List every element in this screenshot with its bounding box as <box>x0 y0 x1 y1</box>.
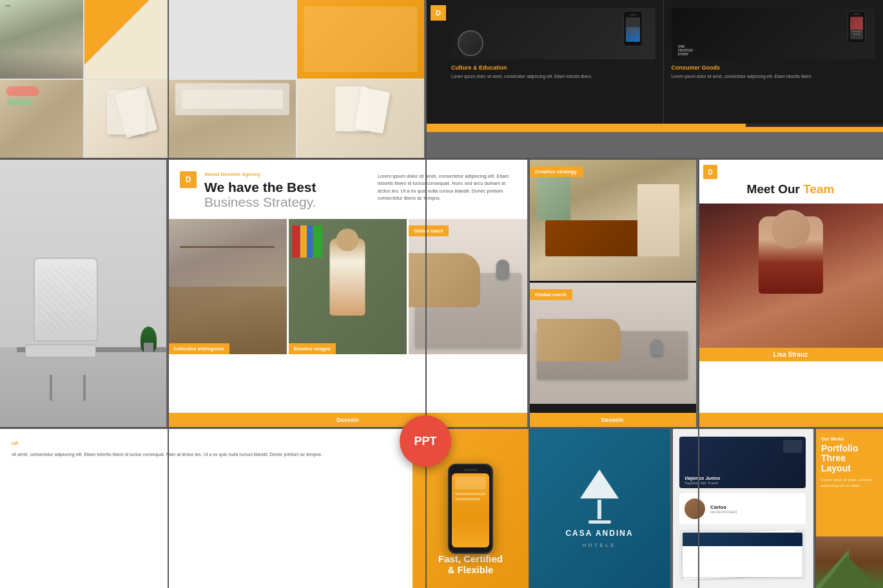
slide-meet-team: D Meet Our Team Lisa Strauz <box>698 160 883 427</box>
lamp-icon <box>580 469 619 524</box>
product-grid-1 <box>169 0 296 79</box>
product-img-1 <box>0 0 83 79</box>
slide-business-cards: Viajemos Juntos Together We Travel Carlo… <box>672 429 813 588</box>
emotive-label: Emotive images <box>289 343 336 354</box>
up-tag: UP <box>12 441 403 446</box>
slide-office-left <box>0 160 166 427</box>
portfolio-title: PortfolioThree Layout <box>821 444 877 473</box>
creative-footer: Dessein <box>529 413 696 427</box>
product-img-4 <box>84 80 168 158</box>
img-collective: Collective intelegence <box>168 219 287 354</box>
slide-products-top-left <box>0 0 168 158</box>
consumer-text: Lorem ipsum dolor sit amet, consectetur … <box>672 73 876 79</box>
headline-1: We have the Best <box>204 180 370 194</box>
consumer-title: Consumer Goods <box>672 64 876 71</box>
global-label: Global reach <box>409 225 448 236</box>
img-emotive: Emotive images <box>289 219 407 354</box>
v-separator-1 <box>168 0 169 588</box>
v-separator-6 <box>815 429 816 588</box>
card-person-name: Carlos <box>710 504 737 510</box>
product-grid-4 <box>297 80 424 158</box>
product-img-2 <box>84 0 168 79</box>
person-photo: Lisa Strauz <box>698 204 883 361</box>
meet-team-title: Meet Our Team <box>698 160 883 204</box>
creative-strategy-img: Creative strategy <box>529 160 696 281</box>
d-badge-team: D <box>703 165 717 179</box>
fast-headline-2: & Flexible <box>412 564 529 575</box>
consumer-col: ONETRUSTEDSTORY Consumer Goods Lorem ips… <box>664 0 884 132</box>
slide-portfolio: Our Works PortfolioThree Layout Lorem do… <box>815 429 883 588</box>
portfolio-body: Lorem dolor sit amet, contetur adipiscin… <box>821 477 877 488</box>
global-reach-img: Global reach <box>529 283 696 404</box>
v-separator-2 <box>425 158 427 588</box>
casa-andina-sub: HOTELS <box>583 543 616 547</box>
d-badge-top-right: D <box>431 5 446 21</box>
slide-culture-consumer: D Culture & <box>425 0 883 132</box>
progress-track <box>425 124 883 127</box>
slide-creative-strategy: Creative strategy Global reach Dessein <box>529 160 696 427</box>
our-works-label: Our Works <box>821 437 877 441</box>
d-badge-main: D <box>180 171 197 188</box>
v-separator-3 <box>529 158 530 588</box>
slide-business-strategy: D About Dessein Agency We have the Best … <box>168 160 527 427</box>
main-body-text: Lorem ipsum dolor sit amet, consectetur … <box>378 173 516 202</box>
card-person-role: RESEARCHER <box>710 510 737 514</box>
main-slide-footer: Dessein <box>168 413 527 427</box>
about-label: About Dessein Agency <box>204 171 370 177</box>
slide-phone-mockup: UP sit amet, consectetur adipiscing elit… <box>0 429 529 588</box>
product-grid-2 <box>297 0 424 79</box>
canvas: D Culture & <box>0 0 883 588</box>
progress-fill <box>425 124 746 127</box>
collective-label: Collective intelegence <box>168 343 229 354</box>
v-separator-4 <box>698 158 699 588</box>
fast-headline-1: Fast, Certified <box>412 553 529 564</box>
phone-mockup <box>448 464 493 554</box>
culture-col: Culture & Education Lorem ipsum dolor si… <box>425 0 664 132</box>
ppt-badge: PPT <box>400 415 451 467</box>
team-footer <box>698 413 883 427</box>
product-img-3 <box>0 80 83 158</box>
person-name-bar: Lisa Strauz <box>698 348 883 361</box>
creative-label: Creative strategy <box>529 166 583 177</box>
casa-andina-brand: CASA ANDINA <box>565 529 633 538</box>
slide-products-middle <box>169 0 424 158</box>
global-reach-label: Global reach <box>529 289 572 300</box>
slide-casa-andina: CASA ANDINA HOTELS <box>529 429 670 588</box>
v-separator-7 <box>425 0 427 158</box>
headline-2: Business Strategy. <box>204 194 370 209</box>
v-separator-5 <box>672 429 673 588</box>
culture-text: Lorem ipsum dolor sit amet, consectetur … <box>451 73 655 79</box>
product-grid-3 <box>169 80 296 158</box>
slide-label <box>5 5 10 6</box>
culture-title: Culture & Education <box>451 64 655 71</box>
orange-footer-bar <box>425 127 883 132</box>
phone-body-text: sit amet, consectetur adipiscing elit. E… <box>12 451 403 459</box>
